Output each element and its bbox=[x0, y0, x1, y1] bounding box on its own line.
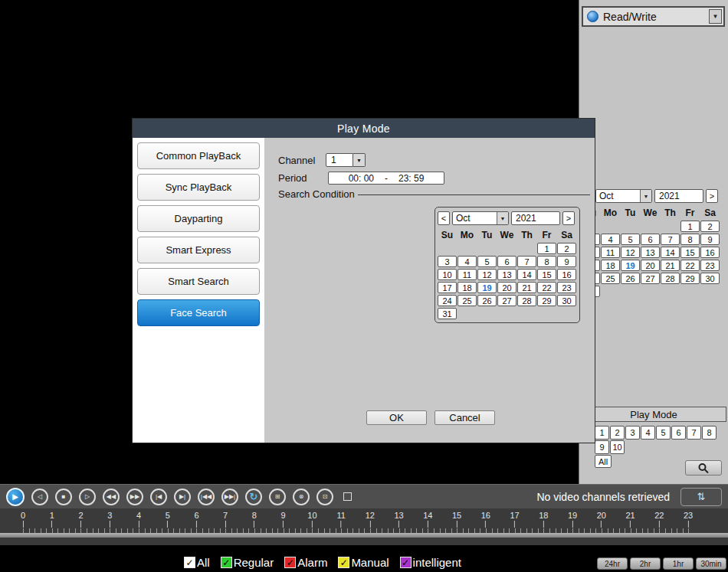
search-button[interactable] bbox=[685, 460, 722, 476]
calendar-day-cell[interactable]: 21 bbox=[661, 260, 680, 271]
channel-select[interactable]: 1 ▼ bbox=[326, 153, 366, 167]
speed-down-button[interactable]: ◀◀ bbox=[103, 489, 120, 505]
cancel-button[interactable]: Cancel bbox=[435, 410, 495, 425]
calendar-day-cell[interactable]: 19 bbox=[621, 260, 640, 271]
loop-button[interactable]: ↻ bbox=[245, 489, 262, 505]
calendar-day-cell[interactable]: 22 bbox=[680, 260, 700, 271]
calendar-day-cell[interactable]: 23 bbox=[700, 260, 720, 271]
calendar-day-cell[interactable]: 4 bbox=[601, 234, 620, 245]
frame-play-button[interactable]: ▷ bbox=[79, 489, 96, 505]
calendar-day-cell[interactable]: 29 bbox=[537, 295, 556, 306]
next-frame-button[interactable]: ▶| bbox=[174, 489, 191, 505]
next-file-button[interactable]: ▶▶| bbox=[221, 489, 238, 505]
calendar-month-select[interactable]: Oct▼ bbox=[595, 189, 652, 203]
calendar-day-cell[interactable]: 4 bbox=[457, 256, 477, 267]
calendar-prev-button[interactable]: < bbox=[438, 211, 450, 225]
dialog-menu-item-smart-search[interactable]: Smart Search bbox=[137, 268, 260, 295]
calendar-day-cell[interactable]: 11 bbox=[457, 269, 477, 280]
calendar-day-cell[interactable]: 21 bbox=[517, 282, 536, 293]
calendar-year-field[interactable]: 2021 bbox=[654, 189, 703, 203]
play-button[interactable]: ▶ bbox=[6, 488, 25, 506]
legend-item-alarm[interactable]: ✓Alarm bbox=[284, 556, 327, 569]
legend-item-regular[interactable]: ✓Regular bbox=[221, 556, 274, 569]
legend-checkbox[interactable]: ✓ bbox=[400, 557, 412, 568]
calendar-day-cell[interactable]: 29 bbox=[680, 273, 700, 284]
channel-button-1[interactable]: 1 bbox=[595, 426, 609, 440]
dialog-menu-item-smart-express[interactable]: Smart Express bbox=[137, 237, 260, 263]
calendar-day-cell[interactable]: 12 bbox=[477, 269, 497, 280]
range-button-24hr[interactable]: 24hr bbox=[597, 557, 628, 570]
calendar-day-cell[interactable]: 9 bbox=[557, 256, 576, 267]
channel-button-2[interactable]: 2 bbox=[610, 426, 625, 440]
channel-button-10[interactable]: 10 bbox=[610, 440, 625, 454]
chevron-down-icon[interactable]: ▼ bbox=[497, 212, 508, 224]
speed-up-button[interactable]: ▶▶ bbox=[126, 489, 143, 505]
channel-button-5[interactable]: 5 bbox=[656, 426, 671, 440]
calendar-day-cell[interactable]: 15 bbox=[680, 247, 700, 258]
legend-checkbox[interactable]: ✓ bbox=[284, 557, 296, 568]
calendar-day-cell[interactable]: 19 bbox=[477, 282, 497, 293]
legend-checkbox[interactable]: ✓ bbox=[338, 557, 349, 568]
dialog-menu-item-face-search[interactable]: Face Search bbox=[137, 299, 260, 326]
stop-button[interactable]: ■ bbox=[55, 489, 72, 505]
calendar-day-cell[interactable]: 15 bbox=[537, 269, 556, 280]
channel-button-7[interactable]: 7 bbox=[687, 426, 701, 440]
calendar-day-cell[interactable]: 28 bbox=[661, 273, 680, 284]
range-button-2hr[interactable]: 2hr bbox=[630, 557, 661, 570]
calendar-day-cell[interactable]: 6 bbox=[497, 256, 516, 267]
read-write-select[interactable]: Read/Write ▼ bbox=[582, 6, 725, 27]
calendar-day-cell[interactable]: 30 bbox=[557, 295, 576, 306]
calendar-day-cell[interactable]: 11 bbox=[601, 247, 620, 258]
prev-file-button[interactable]: |◀◀ bbox=[198, 489, 215, 505]
range-button-30min[interactable]: 30min bbox=[696, 557, 726, 570]
calendar-day-cell[interactable]: 25 bbox=[457, 295, 477, 306]
channel-button-6[interactable]: 6 bbox=[671, 426, 686, 440]
calendar-day-cell[interactable]: 28 bbox=[517, 295, 536, 306]
chevron-down-icon[interactable]: ▼ bbox=[353, 153, 366, 167]
calendar-day-cell[interactable]: 1 bbox=[680, 221, 700, 232]
calendar-day-cell[interactable]: 14 bbox=[661, 247, 680, 258]
channel-button-4[interactable]: 4 bbox=[641, 426, 655, 440]
calendar-day-cell[interactable]: 6 bbox=[641, 234, 660, 245]
dialog-menu-item-dayparting[interactable]: Dayparting bbox=[137, 205, 260, 232]
calendar-day-cell[interactable]: 10 bbox=[438, 269, 457, 280]
all-channels-button[interactable]: All bbox=[595, 455, 612, 468]
calendar-day-cell[interactable]: 14 bbox=[517, 269, 536, 280]
dialog-menu-item-sync-playback[interactable]: Sync PlayBack bbox=[137, 174, 260, 201]
transport-checkbox[interactable] bbox=[343, 492, 352, 501]
close-button[interactable]: ⊗ bbox=[293, 489, 310, 505]
calendar-day-cell[interactable]: 31 bbox=[438, 308, 457, 319]
calendar-day-cell[interactable]: 20 bbox=[641, 260, 660, 271]
ok-button[interactable]: OK bbox=[366, 410, 427, 425]
chevron-down-icon[interactable]: ▼ bbox=[709, 9, 722, 24]
calendar-day-cell[interactable]: 13 bbox=[641, 247, 660, 258]
range-button-1hr[interactable]: 1hr bbox=[663, 557, 694, 570]
calendar-day-cell[interactable]: 8 bbox=[680, 234, 700, 245]
legend-item-manual[interactable]: ✓Manual bbox=[338, 556, 389, 569]
channel-button-9[interactable]: 9 bbox=[595, 440, 609, 454]
calendar-day-cell[interactable]: 18 bbox=[457, 282, 477, 293]
calendar-day-cell[interactable]: 2 bbox=[700, 221, 720, 232]
calendar-day-cell[interactable]: 16 bbox=[700, 247, 720, 258]
calendar-day-cell[interactable]: 8 bbox=[537, 256, 556, 267]
calendar-year-field[interactable]: 2021 bbox=[511, 211, 560, 225]
calendar-day-cell[interactable]: 12 bbox=[621, 247, 640, 258]
calendar-day-cell[interactable]: 26 bbox=[477, 295, 497, 306]
legend-item-intelligent[interactable]: ✓intelligent bbox=[400, 556, 461, 569]
calendar-next-button[interactable]: > bbox=[706, 189, 718, 203]
dialog-menu-item-common-playback[interactable]: Common PlayBack bbox=[137, 142, 260, 169]
calendar-day-cell[interactable]: 27 bbox=[497, 295, 516, 306]
calendar-day-cell[interactable]: 2 bbox=[557, 243, 576, 254]
full-screen-button[interactable]: ⊡ bbox=[316, 489, 333, 505]
legend-item-all[interactable]: ✓All bbox=[184, 556, 210, 569]
legend-checkbox[interactable]: ✓ bbox=[221, 557, 232, 568]
calendar-day-cell[interactable]: 16 bbox=[557, 269, 576, 280]
multi-window-button[interactable]: ⊞ bbox=[269, 489, 286, 505]
legend-checkbox[interactable]: ✓ bbox=[184, 557, 195, 568]
calendar-next-button[interactable]: > bbox=[562, 211, 575, 225]
calendar-day-cell[interactable]: 25 bbox=[601, 273, 620, 284]
timeline-track[interactable] bbox=[0, 533, 728, 538]
calendar-day-cell[interactable]: 20 bbox=[497, 282, 516, 293]
swap-channels-button[interactable]: ⇅ bbox=[680, 488, 722, 506]
calendar-day-cell[interactable]: 7 bbox=[517, 256, 536, 267]
